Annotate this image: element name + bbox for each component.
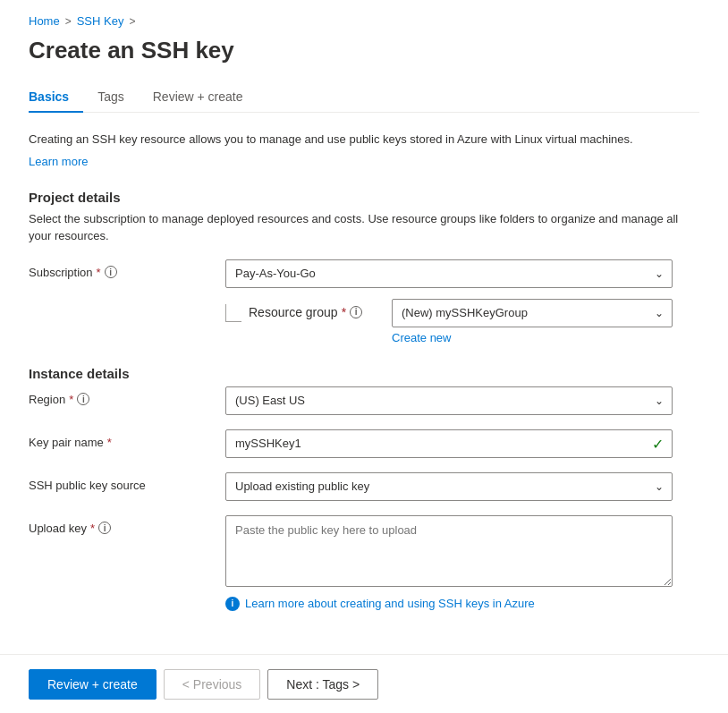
upload-key-label: Upload key * i [29, 515, 225, 535]
resource-group-row: Resource group * i (New) mySSHKeyGroup ⌄ [225, 299, 673, 344]
breadcrumb: Home > SSH Key > [29, 14, 699, 28]
region-control: (US) East US ⌄ [225, 386, 673, 415]
upload-key-textarea[interactable] [225, 515, 673, 587]
next-button[interactable]: Next : Tags > [267, 669, 378, 700]
breadcrumb-sep2: > [129, 15, 135, 28]
resource-group-required: * [342, 305, 346, 319]
upload-key-row: Upload key * i i Learn more about creati… [29, 515, 699, 611]
key-pair-name-control: ✓ [225, 429, 673, 458]
ssh-public-key-source-select[interactable]: Upload existing public key [225, 472, 673, 501]
info-circle-icon: i [225, 597, 240, 611]
key-pair-name-row: Key pair name * ✓ [29, 429, 699, 458]
subscription-select[interactable]: Pay-As-You-Go [225, 259, 673, 288]
resource-group-info-icon[interactable]: i [350, 306, 362, 318]
previous-button[interactable]: < Previous [164, 669, 261, 700]
subscription-control: Pay-As-You-Go ⌄ Resource group * i [225, 259, 673, 344]
upload-key-info-icon[interactable]: i [98, 522, 111, 534]
tabs-container: Basics Tags Review + create [29, 82, 699, 113]
learn-more-link[interactable]: Learn more [29, 155, 88, 168]
tab-review-create[interactable]: Review + create [139, 82, 258, 113]
resource-group-label-area: Resource group * i [249, 299, 383, 319]
region-row: Region * i (US) East US ⌄ [29, 386, 699, 415]
region-required: * [69, 393, 73, 406]
key-pair-name-input-wrapper: ✓ [225, 429, 673, 458]
subscription-select-wrapper: Pay-As-You-Go ⌄ [225, 259, 673, 288]
region-select-wrapper: (US) East US ⌄ [225, 386, 673, 415]
ssh-public-key-source-control: Upload existing public key ⌄ [225, 472, 673, 501]
ssh-public-key-source-select-wrapper: Upload existing public key ⌄ [225, 472, 673, 501]
create-new-link[interactable]: Create new [392, 331, 673, 344]
ssh-keys-learn-more-link[interactable]: Learn more about creating and using SSH … [245, 597, 535, 610]
tab-basics[interactable]: Basics [29, 82, 83, 113]
basics-description: Creating an SSH key resource allows you … [29, 131, 699, 149]
project-details-desc: Select the subscription to manage deploy… [29, 210, 699, 245]
resource-group-select-wrapper: (New) mySSHKeyGroup ⌄ [392, 299, 673, 327]
ssh-public-key-source-label: SSH public key source [29, 472, 225, 492]
page-title: Create an SSH key [29, 37, 699, 64]
review-create-button[interactable]: Review + create [29, 669, 157, 700]
key-pair-name-input[interactable] [225, 429, 673, 458]
breadcrumb-sep1: > [65, 15, 72, 28]
subscription-required: * [97, 266, 101, 279]
instance-details-header: Instance details [29, 366, 699, 381]
region-info-icon[interactable]: i [77, 393, 89, 405]
upload-key-required: * [90, 522, 95, 535]
resource-group-select[interactable]: (New) mySSHKeyGroup [392, 299, 673, 327]
key-pair-name-label: Key pair name * [29, 429, 225, 449]
key-pair-name-required: * [107, 436, 112, 449]
subscription-resource-group-row: Subscription * i Pay-As-You-Go ⌄ Resourc… [29, 259, 699, 344]
subscription-info-icon[interactable]: i [105, 266, 117, 278]
key-pair-name-valid-icon: ✓ [652, 435, 664, 452]
upload-key-control: i Learn more about creating and using SS… [225, 515, 673, 611]
footer: Review + create < Previous Next : Tags > [0, 655, 728, 714]
subscription-label: Subscription * i [29, 259, 225, 279]
project-details-header: Project details [29, 190, 699, 205]
region-select[interactable]: (US) East US [225, 386, 673, 415]
breadcrumb-home[interactable]: Home [29, 14, 60, 28]
tab-tags[interactable]: Tags [83, 82, 139, 113]
region-label: Region * i [29, 386, 225, 406]
ssh-public-key-source-row: SSH public key source Upload existing pu… [29, 472, 699, 501]
info-learn-more: i Learn more about creating and using SS… [225, 597, 673, 611]
breadcrumb-ssh-key[interactable]: SSH Key [77, 14, 124, 28]
